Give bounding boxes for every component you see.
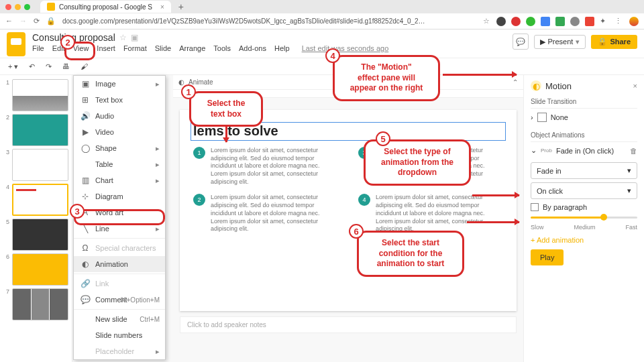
menu-slide[interactable]: Slide	[155, 44, 171, 52]
annotation-num-2: 2	[60, 35, 75, 50]
main-area: 1 2 3 4 5 6 7 ▣Image▸ ⊞Text box 🔊Audio ▶…	[0, 75, 644, 362]
ext-icon[interactable]	[511, 17, 521, 26]
slide-icon	[537, 113, 547, 122]
thumbnail-6[interactable]	[12, 253, 68, 286]
menu-insert[interactable]: Insert	[97, 44, 115, 52]
tab-close-icon[interactable]: ×	[160, 3, 164, 11]
share-button[interactable]: 🔒 Share	[591, 35, 637, 49]
slide-thumbnails: 1 2 3 4 5 6 7	[0, 75, 72, 362]
menu-item-textbox[interactable]: ⊞Text box	[74, 92, 165, 108]
ext-icon[interactable]	[526, 17, 535, 26]
star-doc-icon[interactable]: ☆	[119, 33, 127, 42]
ext-icon[interactable]	[541, 17, 550, 26]
by-paragraph-checkbox[interactable]: By paragraph	[531, 203, 637, 211]
ext-icon[interactable]	[585, 17, 594, 26]
profile-avatar-icon[interactable]	[629, 17, 639, 26]
star-icon[interactable]: ☆	[483, 17, 490, 25]
ext-icon[interactable]	[496, 17, 506, 26]
menu-format[interactable]: Format	[123, 44, 147, 52]
menu-item-image[interactable]: ▣Image▸	[74, 76, 165, 92]
redo-button[interactable]: ↷	[43, 61, 54, 72]
forward-button[interactable]: →	[19, 17, 27, 25]
menu-item-video[interactable]: ▶Video	[74, 124, 165, 140]
thumbnail-3[interactable]	[12, 149, 68, 181]
speed-slider[interactable]	[531, 217, 637, 219]
print-button[interactable]: 🖶	[60, 61, 72, 72]
menu-item-chart[interactable]: ▥Chart▸	[74, 172, 165, 188]
animation-icon: ◐	[80, 259, 90, 269]
comment-history-button[interactable]: 💬	[513, 34, 529, 50]
chevron-right-icon: ›	[531, 113, 533, 121]
slider-slow-label: Slow	[531, 224, 544, 231]
ext-icon[interactable]: ⋮	[614, 17, 624, 26]
thumbnail-1[interactable]	[12, 79, 68, 111]
animate-label[interactable]: Animate	[189, 78, 213, 86]
lock-icon[interactable]: 🔒	[46, 17, 56, 25]
add-animation-button[interactable]: + Add animation	[531, 236, 637, 244]
animation-type-dropdown[interactable]: Fade in▾	[531, 162, 637, 179]
menu-item-audio[interactable]: 🔊Audio	[74, 108, 165, 124]
delete-animation-button[interactable]: 🗑	[630, 147, 637, 155]
present-button[interactable]: ▶ Present ▾	[534, 35, 586, 49]
menu-tools[interactable]: Tools	[213, 44, 231, 52]
menu-item-new-slide[interactable]: New slideCtrl+M	[74, 311, 165, 327]
menu-item-shape[interactable]: ◯Shape▸	[74, 140, 165, 156]
close-window-icon[interactable]	[5, 4, 11, 10]
minimize-window-icon[interactable]	[15, 4, 21, 10]
browser-tab[interactable]: Consulting proposal - Google S ×	[40, 1, 171, 13]
ext-icon[interactable]	[555, 17, 565, 26]
paint-format-button[interactable]: 🖌	[78, 61, 91, 72]
speaker-notes[interactable]: Click to add speaker notes	[180, 316, 517, 333]
reload-button[interactable]: ⟳	[34, 17, 40, 25]
animation-item-row[interactable]: ⌄ Prob Fade in (On click) 🗑	[531, 141, 637, 159]
new-slide-button[interactable]: + ▾	[5, 61, 21, 72]
menu-item-slide-numbers[interactable]: Slide numbers	[74, 327, 165, 343]
annotation-callout-5: Select the type ofanimation from thedrop…	[364, 139, 471, 186]
menu-view[interactable]: View	[73, 44, 89, 52]
bullet-icon: 4	[358, 194, 370, 206]
menu-item-table[interactable]: Table▸	[74, 156, 165, 172]
chevron-down-icon: ⌄	[531, 146, 537, 155]
move-doc-icon[interactable]: ▣	[131, 33, 138, 42]
menu-file[interactable]: File	[32, 44, 44, 52]
thumbnail-4[interactable]	[12, 184, 68, 216]
ext-icon[interactable]	[570, 17, 580, 26]
menu-arrange[interactable]: Arrange	[179, 44, 205, 52]
motion-panel: ◐ Motion × Slide Transition › None Objec…	[523, 75, 644, 362]
thumbnail-2[interactable]	[12, 114, 68, 146]
annotation-num-5: 5	[376, 131, 390, 146]
thumbnail-7[interactable]	[12, 288, 68, 320]
ext-icon[interactable]: ✦	[600, 17, 609, 26]
motion-title: Motion	[545, 81, 572, 91]
motion-toolbar-icon[interactable]: ◐	[178, 78, 184, 86]
menu-addons[interactable]: Add-ons	[239, 44, 266, 52]
thumbnail-5[interactable]	[12, 219, 68, 251]
last-edit-link[interactable]: Last edit was seconds ago	[302, 44, 389, 52]
chevron-down-icon: ▾	[627, 186, 631, 195]
current-animation-label: Fade in (On click)	[556, 147, 614, 155]
annotation-arrow	[472, 194, 519, 196]
doc-header: Consulting proposal ☆ ▣ File Edit View I…	[0, 29, 644, 58]
new-tab-button[interactable]: +	[178, 1, 184, 12]
menu-item-wordart[interactable]: AWord art	[74, 204, 165, 221]
back-button[interactable]: ←	[5, 17, 13, 25]
close-panel-button[interactable]: ×	[633, 82, 637, 90]
menu-help[interactable]: Help	[274, 44, 290, 52]
undo-button[interactable]: ↶	[26, 61, 38, 72]
menu-item-comment[interactable]: 💬Comment⌘+Option+M	[74, 292, 165, 308]
annotation-callout-6: Select the startcondition for theanimati…	[357, 231, 464, 277]
slides-favicon-icon	[47, 3, 55, 11]
maximize-window-icon[interactable]	[24, 4, 30, 10]
collapse-icon[interactable]: ⌃	[513, 78, 518, 86]
slide-text: Lorem ipsum dolor sit amet, consectetur …	[211, 147, 338, 186]
transition-row[interactable]: › None	[531, 108, 637, 126]
annotation-callout-4: The "Motion"effect pane willappear on th…	[333, 55, 440, 101]
menu-item-line[interactable]: ╲Line▸	[74, 221, 165, 237]
menu-item-animation[interactable]: ◐Animation	[74, 256, 165, 272]
animation-start-dropdown[interactable]: On click▾	[531, 182, 637, 199]
image-icon: ▣	[80, 79, 90, 88]
url-text[interactable]: docs.google.com/presentation/d/1eVQzSZB9…	[62, 17, 476, 25]
slides-app-icon[interactable]	[7, 32, 25, 56]
menu-item-diagram[interactable]: ⊹Diagram	[74, 188, 165, 204]
play-button[interactable]: Play	[531, 249, 564, 265]
